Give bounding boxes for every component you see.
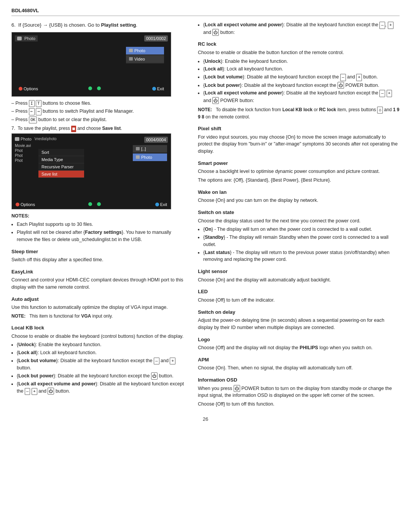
section-information-osd: Information OSD When you press ⏻ POWER b… [198,376,400,408]
sleep-timer-body: Switch off this display after a specifie… [11,256,186,264]
right-column: {Lock all expect volume and power}: Disa… [198,21,400,409]
section-rc-lock: RC lock Choose to enable or disable the … [198,40,400,120]
switch-on-delay-title: Switch on delay [198,308,400,316]
playlist-instructions: Press I T buttons to choose files. Press… [11,100,186,124]
information-osd-title: Information OSD [198,376,400,384]
wake-on-lan-body: Choose {On} and you can turn on the disp… [198,197,400,204]
easylink-body: Connect and control your HDMI-CEC compli… [11,276,186,291]
section-light-sensor: Light sensor Choose {On} and the display… [198,268,400,283]
section-switch-on-state: Switch on state Choose the display statu… [198,209,400,263]
sidebar-photo: Photo [126,47,164,54]
section-smart-power: Smart power Choose a backlight level to … [198,160,400,184]
auto-adjust-title: Auto adjust [11,296,186,303]
model-number: BDL4680VL [11,8,39,13]
page-number: 26 [11,416,400,422]
switch-on-state-title: Switch on state [198,209,400,216]
section-pixel-shift: Pixel shift For video input sources, you… [198,125,400,155]
light-sensor-body: Choose {On} and the display will automat… [198,276,400,284]
notes-list: Each Playlist supports up to 30 files. P… [17,221,186,243]
local-kb-lock-title: Local KB lock [11,324,186,332]
led-title: LED [198,288,400,296]
playlist-screenshot-1: Photo 0001/0002 Photo Video [11,32,171,97]
note-2: Playlist will not be cleared after {Fact… [17,229,186,243]
rc-lock-title: RC lock [198,40,400,48]
note-1: Each Playlist supports up to 30 files. [17,221,186,228]
switch-on-state-list: {On} - The display will turn on when the… [203,226,400,263]
local-kb-lock-body: Choose to enable or disable the keyboard… [11,333,186,340]
rc-lock-list: {Unlock}: Enable the keyboard function. … [203,58,400,104]
pixel-shift-title: Pixel shift [198,125,400,133]
intro-text: 6. If {Source} → {USB} is chosen. Go to … [11,21,186,29]
switch-on-state-body: Choose the display status used for the n… [198,217,400,225]
information-osd-body2: Choose {Off} to turn off this function. [198,401,400,408]
easylink-title: EasyLink [11,268,186,276]
section-local-kb-lock: Local KB lock Choose to enable or disabl… [11,324,186,395]
section-led: LED Choose {Off} to turn off the indicat… [198,288,400,304]
sidebar-dotdot: [..] [133,145,167,153]
switch-on-delay-body: Adjust the power-on delaying time (in se… [198,317,400,331]
auto-adjust-body: Use this function to automatically optim… [11,304,186,311]
pixel-shift-body: For video input sources, you may choose … [198,134,400,155]
led-body: Choose {Off} to turn off the indicator. [198,297,400,304]
light-sensor-title: Light sensor [198,268,400,275]
apm-body: Choose {On}. Then, when no signal, the d… [198,364,400,372]
section-sleep-timer: Sleep timer Switch off this display afte… [11,248,186,264]
right-top-bullet: {Lock all expect volume and power}: Disa… [203,21,400,36]
left-column: 6. If {Source} → {USB} is chosen. Go to … [11,21,186,409]
context-menu: Sort Media Type Recursive Parser Save li… [38,149,84,178]
sleep-timer-title: Sleep timer [11,248,186,256]
section-logo: Logo Choose {Off} and the display will n… [198,336,400,351]
instruction-2: Press ← → buttons to switch Playlist and… [11,108,186,115]
smart-power-body: Choose a backlight level to optimise dyn… [198,168,400,175]
instruction-3: Press OK button to set or clear the play… [11,116,186,124]
instruction-1: Press I T buttons to choose files. [11,100,186,107]
local-kb-lock-list: {Unlock}: Enable the keyboard function. … [17,341,186,395]
save-note: 7. To save the playlist, press ■ and cho… [11,125,186,132]
smart-power-options: The options are: {Off}, {Standard}, {Bes… [198,177,400,184]
smart-power-title: Smart power [198,160,400,167]
logo-body: Choose {Off} and the display will not di… [198,344,400,351]
playlist-screenshot-2: Photo \media\photo Movie.avi Phot Phot P… [11,133,171,209]
information-osd-body1: When you press ⏻ POWER button to turn on… [198,385,400,399]
sidebar-video: Video [126,55,164,63]
page-header: BDL4680VL [11,8,400,16]
wake-on-lan-title: Wake on lan [198,189,400,196]
auto-adjust-note: NOTE: This item is functional for VGA in… [11,313,186,320]
section-switch-on-delay: Switch on delay Adjust the power-on dela… [198,308,400,331]
notes-header: NOTES: [11,212,186,220]
rc-lock-note: NOTE: To disable the lock function from … [198,106,400,121]
sidebar-photo-2: Photo [133,153,167,161]
apm-title: APM [198,356,400,364]
section-apm: APM Choose {On}. Then, when no signal, t… [198,356,400,372]
rc-lock-body: Choose to enable or disable the button f… [198,49,400,56]
section-wake-on-lan: Wake on lan Choose {On} and you can turn… [198,189,400,204]
logo-title: Logo [198,336,400,343]
section-easylink: EasyLink Connect and control your HDMI-C… [11,268,186,291]
section-auto-adjust: Auto adjust Use this function to automat… [11,296,186,320]
